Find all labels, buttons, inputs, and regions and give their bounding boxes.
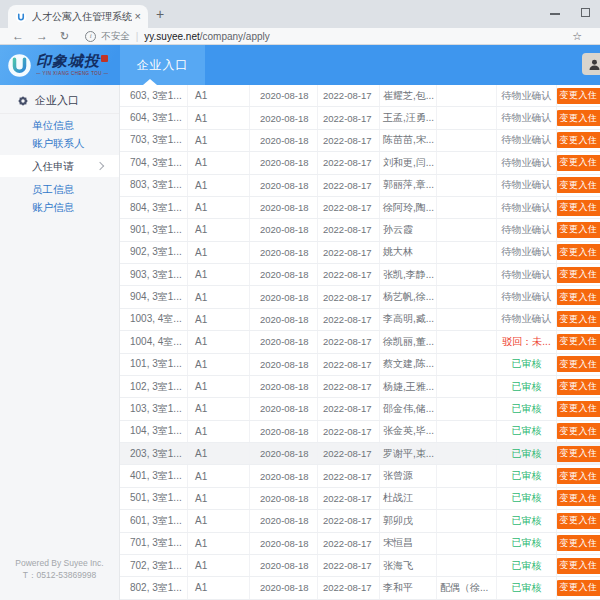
cell-end-date: 2022-08-17 [318,197,380,218]
reload-icon[interactable]: ↻ [60,31,69,42]
cell-occupants: 陈苗苗,宋... [380,130,437,151]
cell-extra [437,242,497,263]
close-tab-icon[interactable]: × [135,11,141,22]
cell-end-date: 2022-08-17 [318,286,380,307]
sidebar-item-label: 账户信息 [32,201,74,213]
cell-building: A1 [188,443,250,464]
maximize-icon[interactable] [581,8,590,17]
change-checkin-button[interactable]: 变更入住 [557,267,600,283]
cell-building: A1 [188,555,250,576]
bookmark-star-icon[interactable]: ☆ [572,30,582,43]
cell-extra [437,219,497,240]
status-badge: 已审核 [497,510,557,531]
change-checkin-button[interactable]: 变更入住 [557,446,600,462]
cell-building: A1 [188,533,250,554]
cell-extra [437,286,497,307]
cell-occupants: 姚大林 [380,242,437,263]
tab-title: 人才公寓入住管理系统 [32,10,132,24]
cell-occupants: 张凯,李静... [380,264,437,285]
change-checkin-button[interactable]: 变更入住 [557,356,600,372]
cell-building: A1 [188,152,250,173]
change-checkin-button[interactable]: 变更入住 [557,289,600,305]
new-tab-icon[interactable]: + [156,6,164,22]
url-path[interactable]: /company/apply [200,31,270,42]
change-checkin-button[interactable]: 变更入住 [557,110,600,126]
cell-extra [437,175,497,196]
nav-tab-company-entry[interactable]: 企业入口 [120,45,205,85]
cell-extra [437,465,497,486]
change-checkin-button[interactable]: 变更入住 [557,423,600,439]
forward-icon[interactable]: → [36,30,48,42]
url-domain[interactable]: yy.suyee.net [144,31,199,42]
cell-building: A1 [188,465,250,486]
cell-end-date: 2022-08-17 [318,555,380,576]
sidebar-item[interactable]: 账户信息 [0,198,119,216]
sidebar-item[interactable]: 员工信息 [0,180,119,198]
sidebar-item[interactable]: 账户联系人 [0,134,119,152]
sidebar-section-company-entry[interactable]: 企业入口 [0,88,119,114]
cell-occupants: 邵金伟,储... [380,398,437,419]
sidebar-footer: Powered By Suyee Inc. T：0512-53869998 [0,557,119,583]
info-icon[interactable]: i [85,31,96,42]
sidebar-item[interactable]: 入住申请 [0,155,119,177]
change-checkin-button[interactable]: 变更入住 [557,580,600,596]
table-row: 603, 3室1... A1 2020-08-18 2022-08-17 崔耀芝… [120,85,600,107]
change-checkin-button[interactable]: 变更入住 [557,535,600,551]
status-badge: 已审核 [497,533,557,554]
change-checkin-button[interactable]: 变更入住 [557,311,600,327]
cell-occupants: 张金英,毕... [380,421,437,442]
change-checkin-button[interactable]: 变更入住 [557,88,600,104]
change-checkin-button[interactable]: 变更入住 [557,244,600,260]
cell-end-date: 2022-08-17 [318,264,380,285]
cell-room: 804, 3室1... [120,197,188,218]
status-badge: 已审核 [497,443,557,464]
change-checkin-button[interactable]: 变更入住 [557,401,600,417]
cell-start-date: 2020-08-18 [250,219,318,240]
sidebar-item-label: 入住申请 [32,160,74,172]
status-badge: 待物业确认 [497,219,557,240]
change-checkin-button[interactable]: 变更入住 [557,490,600,506]
sidebar-section-title: 企业入口 [35,93,79,108]
back-icon[interactable]: ← [12,30,24,42]
cell-start-date: 2020-08-18 [250,107,318,128]
minimize-icon[interactable] [550,13,560,15]
change-checkin-button[interactable]: 变更入住 [557,222,600,238]
user-avatar-button[interactable] [582,53,600,75]
cell-start-date: 2020-08-18 [250,376,318,397]
change-checkin-button[interactable]: 变更入住 [557,334,600,350]
table-row: 601, 3室1... A1 2020-08-18 2022-08-17 郭卯戊… [120,510,600,532]
change-checkin-button[interactable]: 变更入住 [557,155,600,171]
cell-building: A1 [188,376,250,397]
cell-building: A1 [188,219,250,240]
cell-building: A1 [188,130,250,151]
cell-extra [437,398,497,419]
cell-extra [437,376,497,397]
logo-text: 印象城投 [36,54,100,69]
cell-start-date: 2020-08-18 [250,331,318,352]
cell-occupants: 杨艺帆,徐... [380,286,437,307]
security-label: 不安全 [101,30,130,43]
cell-extra [437,421,497,442]
cell-room: 203, 3室1... [120,443,188,464]
apply-table: 603, 3室1... A1 2020-08-18 2022-08-17 崔耀芝… [120,85,600,600]
change-checkin-button[interactable]: 变更入住 [557,513,600,529]
status-badge: 已审核 [497,488,557,509]
cell-occupants: 张曾源 [380,465,437,486]
table-row: 903, 3室1... A1 2020-08-18 2022-08-17 张凯,… [120,264,600,286]
table-row: 203, 3室1... A1 2020-08-18 2022-08-17 罗谢平… [120,443,600,465]
change-checkin-button[interactable]: 变更入住 [557,132,600,148]
change-checkin-button[interactable]: 变更入住 [557,200,600,216]
change-checkin-button[interactable]: 变更入住 [557,468,600,484]
change-checkin-button[interactable]: 变更入住 [557,558,600,574]
cell-start-date: 2020-08-18 [250,242,318,263]
browser-tab[interactable]: 人才公寓入住管理系统 × [8,5,148,28]
change-checkin-button[interactable]: 变更入住 [557,379,600,395]
change-checkin-button[interactable]: 变更入住 [557,177,600,193]
table-row: 1004, 4室... A1 2020-08-18 2022-08-17 徐凯丽… [120,331,600,353]
table-row: 401, 3室1... A1 2020-08-18 2022-08-17 张曾源… [120,465,600,487]
sidebar-item[interactable]: 单位信息 [0,116,119,134]
cell-room: 901, 3室1... [120,219,188,240]
cell-end-date: 2022-08-17 [318,175,380,196]
cell-room: 802, 3室1... [120,577,188,598]
cell-end-date: 2022-08-17 [318,130,380,151]
